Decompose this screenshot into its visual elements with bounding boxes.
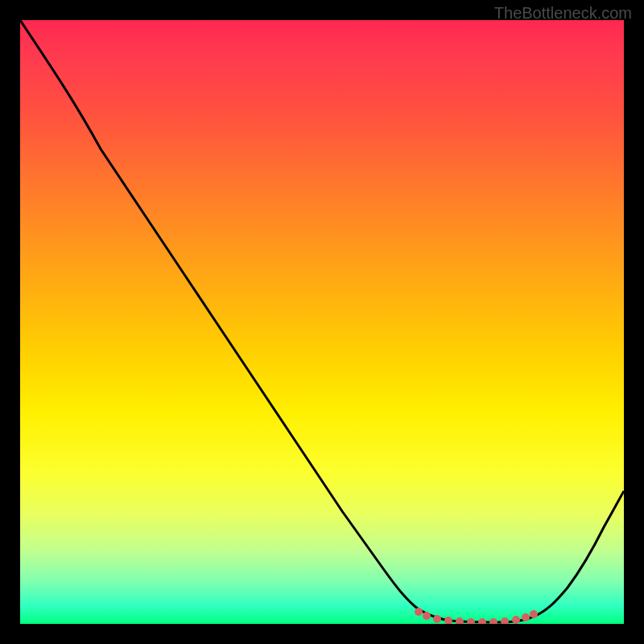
svg-point-10 bbox=[522, 613, 530, 621]
svg-point-2 bbox=[433, 615, 441, 623]
chart-plot-area bbox=[20, 20, 624, 624]
svg-point-3 bbox=[444, 617, 452, 624]
svg-point-0 bbox=[415, 608, 423, 616]
svg-point-9 bbox=[512, 616, 520, 624]
svg-point-4 bbox=[456, 617, 464, 624]
svg-point-8 bbox=[501, 617, 509, 624]
svg-point-7 bbox=[489, 618, 497, 624]
curve-path bbox=[20, 20, 624, 622]
svg-point-11 bbox=[530, 610, 538, 618]
svg-point-5 bbox=[467, 618, 475, 624]
svg-point-6 bbox=[478, 618, 486, 624]
watermark-text: TheBottleneck.com bbox=[494, 4, 632, 23]
bottleneck-curve-svg bbox=[20, 20, 624, 624]
svg-point-1 bbox=[423, 612, 431, 620]
